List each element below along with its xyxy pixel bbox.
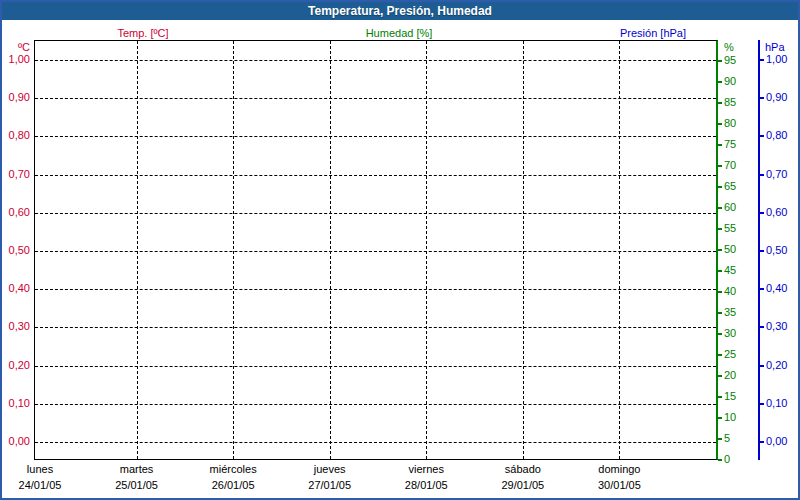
temperature-tick-label: 0,00 [2,435,30,448]
grid-line-vertical [330,41,331,459]
temperature-tick-label: 0,70 [2,168,30,181]
title-bar: Temperatura, Presión, Humedad [2,2,798,20]
humidity-tick-label: 5 [724,432,730,445]
pressure-tick [760,365,764,367]
humidity-tick [718,396,722,398]
humidity-tick [718,186,722,188]
humidity-tick [718,438,722,440]
humidity-tick-label: 50 [724,243,736,256]
pressure-tick-label: 0,80 [766,129,787,142]
pressure-axis-unit: hPa [765,41,785,53]
x-axis-weekday-label: jueves [282,463,378,476]
x-axis-weekday-label: domingo [571,463,667,476]
legend-temperature: Temp. [ºC] [117,26,168,40]
humidity-tick [718,417,722,419]
humidity-tick-label: 10 [724,411,736,424]
humidity-tick [718,123,722,125]
x-axis-weekday-label: lunes [0,463,88,476]
humidity-tick [718,81,722,83]
pressure-tick [760,441,764,443]
legend-humidity: Humedad [%] [366,26,433,40]
humidity-tick-label: 35 [724,306,736,319]
pressure-tick [760,97,764,99]
temperature-tick-label: 0,40 [2,282,30,295]
pressure-tick-label: 0,50 [766,244,787,257]
temperature-tick-label: 0,30 [2,320,30,333]
legend-pressure: Presión [hPa] [620,26,686,40]
humidity-tick [718,165,722,167]
pressure-tick-label: 0,60 [766,206,787,219]
humidity-tick-label: 65 [724,180,736,193]
grid-line-vertical [619,41,620,459]
x-axis-date-label: 24/01/05 [0,479,88,492]
humidity-tick-label: 0 [724,453,730,466]
humidity-tick [718,207,722,209]
x-axis-weekday-label: viernes [378,463,474,476]
pressure-tick [760,59,764,61]
humidity-tick [718,375,722,377]
temperature-tick-label: 0,60 [2,206,30,219]
x-axis-date-label: 29/01/05 [475,479,571,492]
temperature-tick-label: 0,50 [2,244,30,257]
humidity-tick-label: 95 [724,54,736,67]
humidity-tick [718,60,722,62]
humidity-tick-label: 20 [724,369,736,382]
pressure-tick-label: 0,00 [766,435,787,448]
humidity-tick [718,228,722,230]
humidity-tick [718,291,722,293]
temperature-tick-label: 0,10 [2,397,30,410]
humidity-tick-label: 40 [724,285,736,298]
pressure-tick-label: 0,40 [766,282,787,295]
humidity-tick-label: 45 [724,264,736,277]
x-axis-weekday-label: miércoles [185,463,281,476]
humidity-tick-label: 85 [724,96,736,109]
humidity-tick-label: 25 [724,348,736,361]
pressure-tick-label: 0,90 [766,91,787,104]
humidity-axis-unit: % [724,41,734,53]
x-axis-weekday-label: sábado [475,463,571,476]
humidity-tick-label: 75 [724,138,736,151]
pressure-tick [760,212,764,214]
pressure-tick-label: 0,20 [766,359,787,372]
pressure-tick-label: 0,10 [766,397,787,410]
pressure-tick [760,288,764,290]
humidity-tick [718,459,722,461]
humidity-tick [718,333,722,335]
temperature-tick-label: 0,90 [2,91,30,104]
humidity-tick-label: 15 [724,390,736,403]
humidity-tick [718,102,722,104]
temperature-tick-label: 0,80 [2,129,30,142]
humidity-tick [718,312,722,314]
humidity-tick-label: 55 [724,222,736,235]
x-axis-date-label: 25/01/05 [89,479,185,492]
x-axis-date-label: 28/01/05 [378,479,474,492]
grid-line-vertical [523,41,524,459]
humidity-tick-label: 30 [724,327,736,340]
humidity-tick [718,270,722,272]
pressure-tick [760,174,764,176]
chart-window: Temperatura, Presión, Humedad Temp. [ºC]… [0,0,800,500]
grid-line-vertical [426,41,427,459]
temperature-tick-label: 0,20 [2,359,30,372]
humidity-tick-label: 70 [724,159,736,172]
pressure-tick [760,135,764,137]
pressure-tick [760,250,764,252]
humidity-tick [718,249,722,251]
humidity-tick-label: 90 [724,75,736,88]
pressure-tick-label: 1,00 [766,53,787,66]
grid-line-vertical [233,41,234,459]
temperature-axis-unit: ºC [2,41,30,53]
x-axis-date-label: 26/01/05 [185,479,281,492]
pressure-tick [760,326,764,328]
pressure-tick-label: 0,70 [766,168,787,181]
grid-line-vertical [137,41,138,459]
humidity-tick [718,354,722,356]
pressure-tick-label: 0,30 [766,320,787,333]
humidity-tick-label: 80 [724,117,736,130]
chart-stage: Temperatura, Presión, Humedad Temp. [ºC]… [2,2,798,498]
temperature-tick-label: 1,00 [2,53,30,66]
humidity-tick-label: 60 [724,201,736,214]
x-axis-date-label: 27/01/05 [282,479,378,492]
x-axis-weekday-label: martes [89,463,185,476]
x-axis-date-label: 30/01/05 [571,479,667,492]
